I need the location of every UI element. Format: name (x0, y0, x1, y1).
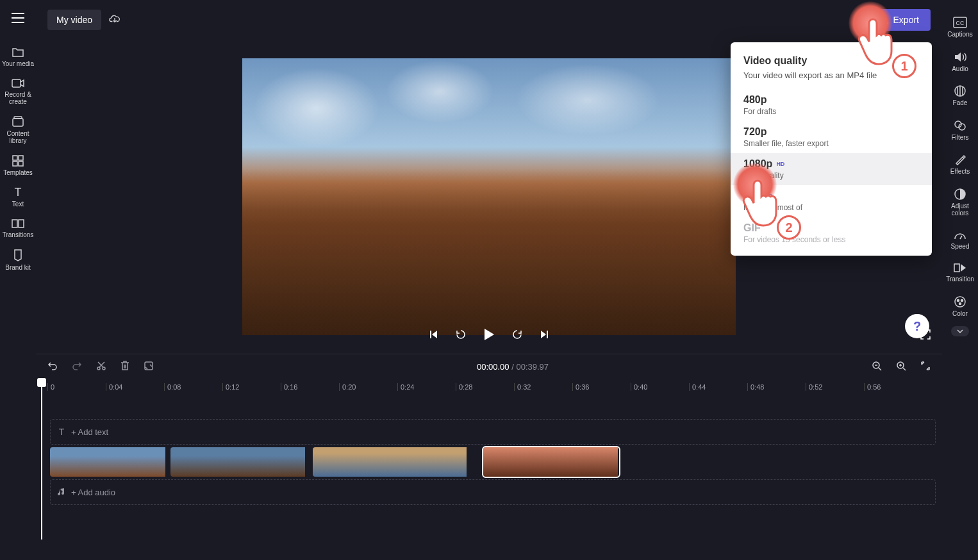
skip-start-button[interactable] (428, 329, 438, 342)
sidebar-captions[interactable]: CC Captions (942, 10, 978, 45)
zoom-in-button[interactable] (896, 361, 906, 374)
cut-button[interactable] (96, 361, 106, 374)
svg-point-22 (103, 367, 105, 370)
label: Speed (951, 243, 970, 251)
label: Content library (0, 130, 36, 145)
sidebar-content-library[interactable]: Content library (0, 111, 36, 150)
ruler-tick: 0:56 (864, 383, 881, 391)
ruler-tick: 0:04 (106, 383, 122, 391)
video-clip-4[interactable] (483, 447, 619, 477)
label: Audio (952, 65, 968, 73)
svg-rect-16 (954, 264, 959, 272)
sidebar-templates[interactable]: Templates (0, 150, 36, 182)
sidebar-filters[interactable]: Filters (942, 113, 978, 148)
audio-track[interactable]: + Add audio (50, 479, 936, 505)
label: Transition (946, 276, 974, 283)
svg-text:T: T (15, 186, 22, 198)
total-time: 00:39.97 (516, 362, 549, 372)
ruler-tick: 0 (47, 383, 54, 391)
menu-button[interactable] (6, 6, 29, 29)
delete-button[interactable] (120, 361, 129, 374)
sidebar-collapse-button[interactable] (951, 326, 969, 336)
quality-option-1080p[interactable]: 1080p HD High quality (731, 153, 932, 185)
quality-option-4k[interactable]: 4K UHD Make the most of (731, 185, 932, 217)
export-button[interactable]: Export (868, 9, 931, 31)
popup-subtitle: Your video will export as an MP4 file (731, 70, 932, 89)
svg-rect-0 (12, 79, 21, 87)
video-clip-1[interactable] (50, 447, 169, 477)
svg-point-21 (97, 367, 100, 370)
label: Color (952, 310, 968, 318)
ruler-tick: 0:16 (281, 383, 297, 391)
project-title-text: My video (56, 15, 92, 25)
video-clip-2[interactable] (170, 447, 311, 477)
project-title-field[interactable]: My video (47, 10, 101, 30)
label: Filters (951, 134, 968, 142)
cloud-sync-icon[interactable] (109, 13, 120, 27)
export-quality-popup: Video quality Your video will export as … (731, 42, 932, 256)
svg-rect-9 (19, 220, 24, 227)
play-button[interactable] (483, 328, 495, 343)
label: Record & create (0, 91, 36, 106)
popup-title: Video quality (731, 55, 932, 70)
rewind-button[interactable] (455, 329, 467, 343)
text-track-placeholder: + Add text (71, 427, 108, 437)
svg-rect-2 (14, 117, 22, 119)
ruler-tick: 0:36 (572, 383, 589, 391)
help-button[interactable]: ? (905, 314, 929, 338)
zoom-out-button[interactable] (872, 361, 882, 374)
timecode-display: 00:00.00 / 00:39.97 (168, 362, 858, 372)
svg-rect-4 (19, 156, 23, 160)
svg-rect-6 (19, 161, 23, 166)
sidebar-your-media[interactable]: Your media (0, 41, 36, 73)
split-button[interactable] (144, 361, 154, 374)
svg-text:T: T (59, 427, 65, 436)
playhead[interactable] (41, 379, 42, 539)
sidebar-effects[interactable]: Effects (942, 147, 978, 182)
ruler-tick: 0:12 (222, 383, 239, 391)
forward-button[interactable] (511, 329, 523, 343)
svg-point-20 (959, 302, 961, 304)
label: Captions (947, 31, 972, 38)
sidebar-color[interactable]: Color (942, 290, 978, 324)
video-preview[interactable] (242, 58, 736, 335)
label: Your media (2, 60, 34, 68)
label: Fade (953, 99, 968, 107)
sidebar-fade[interactable]: Fade (942, 79, 978, 113)
text-track[interactable]: T + Add text (50, 419, 936, 445)
svg-point-19 (961, 299, 963, 301)
ruler-tick: 0:32 (514, 383, 531, 391)
quality-option-gif: GIF For videos 15 seconds or less (731, 217, 932, 249)
sidebar-transition[interactable]: Transition (942, 256, 978, 290)
sidebar-audio[interactable]: Audio (942, 45, 978, 79)
label: Effects (950, 168, 970, 176)
svg-rect-3 (13, 156, 17, 160)
ruler-tick: 0:44 (689, 383, 706, 391)
sidebar-text[interactable]: T Text (0, 181, 36, 213)
sidebar-record-create[interactable]: Record & create (0, 73, 36, 111)
video-clip-3[interactable] (313, 447, 482, 477)
sidebar-transitions[interactable]: Transitions (0, 213, 36, 244)
sidebar-speed[interactable]: Speed (942, 224, 978, 257)
fit-button[interactable] (920, 361, 931, 374)
quality-option-720p[interactable]: 720p Smaller file, faster export (731, 121, 932, 153)
video-track[interactable] (50, 447, 936, 477)
svg-rect-5 (13, 161, 17, 166)
ruler-tick: 0:40 (631, 383, 647, 391)
label: Brand kit (5, 264, 30, 272)
sidebar-brand-kit[interactable]: Brand kit (0, 243, 36, 277)
label: Transitions (3, 231, 34, 239)
svg-point-18 (957, 299, 959, 301)
redo-button[interactable] (72, 361, 82, 374)
sidebar-adjust-colors[interactable]: Adjust colors (942, 182, 978, 224)
ruler-tick: 0:52 (806, 383, 822, 391)
quality-option-480p[interactable]: 480p For drafts (731, 89, 932, 121)
ruler-tick: 0:08 (164, 383, 181, 391)
skip-end-button[interactable] (540, 329, 550, 342)
undo-button[interactable] (47, 361, 58, 374)
svg-rect-8 (12, 220, 17, 227)
timeline-ruler[interactable]: 00:040:080:120:160:200:240:280:320:360:4… (47, 379, 936, 397)
label: Text (12, 201, 24, 208)
ruler-tick: 0:28 (456, 383, 472, 391)
current-time: 00:00.00 (477, 362, 510, 372)
